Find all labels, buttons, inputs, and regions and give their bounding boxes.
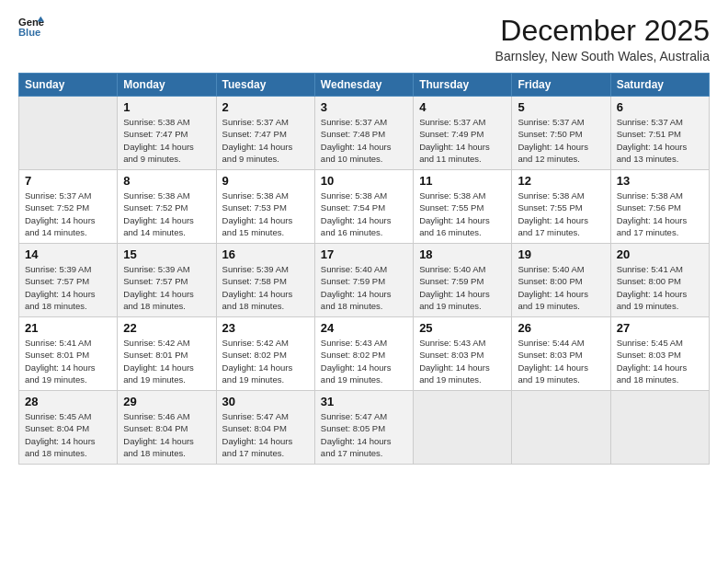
day-number: 21 — [25, 321, 111, 335]
day-info: Sunrise: 5:42 AM Sunset: 8:01 PM Dayligh… — [123, 337, 210, 385]
day-number: 9 — [222, 174, 309, 188]
table-row: 11Sunrise: 5:38 AM Sunset: 7:55 PM Dayli… — [414, 170, 512, 244]
table-row — [512, 391, 610, 465]
day-number: 7 — [25, 174, 111, 188]
table-row: 5Sunrise: 5:37 AM Sunset: 7:50 PM Daylig… — [512, 97, 610, 170]
day-info: Sunrise: 5:45 AM Sunset: 8:03 PM Dayligh… — [617, 337, 703, 385]
table-row: 28Sunrise: 5:45 AM Sunset: 8:04 PM Dayli… — [19, 391, 118, 465]
day-info: Sunrise: 5:43 AM Sunset: 8:02 PM Dayligh… — [321, 337, 407, 385]
table-row: 10Sunrise: 5:38 AM Sunset: 7:54 PM Dayli… — [314, 170, 413, 244]
day-number: 6 — [617, 100, 703, 114]
col-tuesday: Tuesday — [216, 74, 314, 97]
table-row: 24Sunrise: 5:43 AM Sunset: 8:02 PM Dayli… — [314, 317, 413, 391]
day-info: Sunrise: 5:37 AM Sunset: 7:48 PM Dayligh… — [321, 116, 407, 165]
day-info: Sunrise: 5:47 AM Sunset: 8:05 PM Dayligh… — [321, 410, 407, 459]
table-row: 12Sunrise: 5:38 AM Sunset: 7:55 PM Dayli… — [512, 170, 610, 244]
day-number: 18 — [419, 247, 506, 261]
day-info: Sunrise: 5:37 AM Sunset: 7:47 PM Dayligh… — [222, 116, 309, 165]
day-info: Sunrise: 5:37 AM Sunset: 7:49 PM Dayligh… — [419, 116, 506, 165]
table-row: 19Sunrise: 5:40 AM Sunset: 8:00 PM Dayli… — [512, 244, 610, 317]
day-info: Sunrise: 5:38 AM Sunset: 7:54 PM Dayligh… — [321, 190, 407, 238]
table-row: 30Sunrise: 5:47 AM Sunset: 8:04 PM Dayli… — [216, 391, 314, 465]
day-number: 16 — [222, 247, 309, 261]
day-number: 14 — [25, 247, 111, 261]
day-info: Sunrise: 5:39 AM Sunset: 7:58 PM Dayligh… — [222, 263, 309, 312]
table-row — [19, 97, 118, 170]
day-number: 4 — [419, 100, 506, 114]
day-number: 23 — [222, 321, 309, 335]
table-row: 26Sunrise: 5:44 AM Sunset: 8:03 PM Dayli… — [512, 317, 610, 391]
day-info: Sunrise: 5:47 AM Sunset: 8:04 PM Dayligh… — [222, 410, 309, 459]
table-row: 21Sunrise: 5:41 AM Sunset: 8:01 PM Dayli… — [19, 317, 118, 391]
day-number: 25 — [419, 321, 506, 335]
table-row: 2Sunrise: 5:37 AM Sunset: 7:47 PM Daylig… — [216, 97, 314, 170]
day-info: Sunrise: 5:46 AM Sunset: 8:04 PM Dayligh… — [123, 410, 210, 459]
day-number: 5 — [518, 100, 604, 114]
day-info: Sunrise: 5:43 AM Sunset: 8:03 PM Dayligh… — [419, 337, 506, 385]
day-info: Sunrise: 5:39 AM Sunset: 7:57 PM Dayligh… — [123, 263, 210, 312]
day-info: Sunrise: 5:41 AM Sunset: 8:00 PM Dayligh… — [617, 263, 703, 312]
header: General Blue December 2025 Barnsley, New… — [18, 15, 710, 63]
day-number: 8 — [123, 174, 210, 188]
day-info: Sunrise: 5:40 AM Sunset: 7:59 PM Dayligh… — [419, 263, 506, 312]
calendar-week-row: 14Sunrise: 5:39 AM Sunset: 7:57 PM Dayli… — [19, 244, 710, 317]
day-info: Sunrise: 5:39 AM Sunset: 7:57 PM Dayligh… — [25, 263, 111, 312]
day-number: 2 — [222, 100, 309, 114]
calendar-table: Sunday Monday Tuesday Wednesday Thursday… — [18, 73, 710, 465]
table-row: 27Sunrise: 5:45 AM Sunset: 8:03 PM Dayli… — [610, 317, 709, 391]
day-number: 12 — [518, 174, 604, 188]
table-row: 7Sunrise: 5:37 AM Sunset: 7:52 PM Daylig… — [19, 170, 118, 244]
calendar-header-row: Sunday Monday Tuesday Wednesday Thursday… — [19, 74, 710, 97]
table-row: 8Sunrise: 5:38 AM Sunset: 7:52 PM Daylig… — [118, 170, 216, 244]
main-title: December 2025 — [495, 15, 710, 47]
subtitle: Barnsley, New South Wales, Australia — [495, 49, 710, 63]
table-row: 31Sunrise: 5:47 AM Sunset: 8:05 PM Dayli… — [314, 391, 413, 465]
day-info: Sunrise: 5:38 AM Sunset: 7:56 PM Dayligh… — [617, 190, 703, 238]
svg-text:Blue: Blue — [18, 27, 40, 38]
table-row: 13Sunrise: 5:38 AM Sunset: 7:56 PM Dayli… — [610, 170, 709, 244]
day-number: 29 — [123, 395, 210, 408]
day-number: 13 — [617, 174, 703, 188]
table-row: 22Sunrise: 5:42 AM Sunset: 8:01 PM Dayli… — [118, 317, 216, 391]
day-number: 15 — [123, 247, 210, 261]
day-info: Sunrise: 5:38 AM Sunset: 7:47 PM Dayligh… — [123, 116, 210, 165]
day-info: Sunrise: 5:45 AM Sunset: 8:04 PM Dayligh… — [25, 410, 111, 459]
calendar-week-row: 21Sunrise: 5:41 AM Sunset: 8:01 PM Dayli… — [19, 317, 710, 391]
calendar-week-row: 28Sunrise: 5:45 AM Sunset: 8:04 PM Dayli… — [19, 391, 710, 465]
day-number: 17 — [321, 247, 407, 261]
calendar-week-row: 7Sunrise: 5:37 AM Sunset: 7:52 PM Daylig… — [19, 170, 710, 244]
day-number: 3 — [321, 100, 407, 114]
calendar-week-row: 1Sunrise: 5:38 AM Sunset: 7:47 PM Daylig… — [19, 97, 710, 170]
day-info: Sunrise: 5:38 AM Sunset: 7:53 PM Dayligh… — [222, 190, 309, 238]
logo-icon: General Blue — [18, 15, 44, 40]
table-row: 16Sunrise: 5:39 AM Sunset: 7:58 PM Dayli… — [216, 244, 314, 317]
day-number: 22 — [123, 321, 210, 335]
day-number: 11 — [419, 174, 506, 188]
table-row: 14Sunrise: 5:39 AM Sunset: 7:57 PM Dayli… — [19, 244, 118, 317]
table-row: 6Sunrise: 5:37 AM Sunset: 7:51 PM Daylig… — [610, 97, 709, 170]
table-row: 3Sunrise: 5:37 AM Sunset: 7:48 PM Daylig… — [314, 97, 413, 170]
col-monday: Monday — [118, 74, 216, 97]
day-number: 19 — [518, 247, 604, 261]
day-info: Sunrise: 5:40 AM Sunset: 8:00 PM Dayligh… — [518, 263, 604, 312]
table-row: 20Sunrise: 5:41 AM Sunset: 8:00 PM Dayli… — [610, 244, 709, 317]
table-row: 25Sunrise: 5:43 AM Sunset: 8:03 PM Dayli… — [414, 317, 512, 391]
table-row: 29Sunrise: 5:46 AM Sunset: 8:04 PM Dayli… — [118, 391, 216, 465]
table-row: 17Sunrise: 5:40 AM Sunset: 7:59 PM Dayli… — [314, 244, 413, 317]
title-area: December 2025 Barnsley, New South Wales,… — [495, 15, 710, 63]
col-sunday: Sunday — [19, 74, 118, 97]
table-row: 1Sunrise: 5:38 AM Sunset: 7:47 PM Daylig… — [118, 97, 216, 170]
day-number: 1 — [123, 100, 210, 114]
day-info: Sunrise: 5:42 AM Sunset: 8:02 PM Dayligh… — [222, 337, 309, 385]
day-info: Sunrise: 5:40 AM Sunset: 7:59 PM Dayligh… — [321, 263, 407, 312]
table-row — [610, 391, 709, 465]
day-info: Sunrise: 5:37 AM Sunset: 7:51 PM Dayligh… — [617, 116, 703, 165]
day-number: 26 — [518, 321, 604, 335]
col-wednesday: Wednesday — [314, 74, 413, 97]
col-thursday: Thursday — [414, 74, 512, 97]
table-row — [414, 391, 512, 465]
col-friday: Friday — [512, 74, 610, 97]
day-number: 30 — [222, 395, 309, 408]
day-number: 20 — [617, 247, 703, 261]
day-info: Sunrise: 5:38 AM Sunset: 7:55 PM Dayligh… — [518, 190, 604, 238]
